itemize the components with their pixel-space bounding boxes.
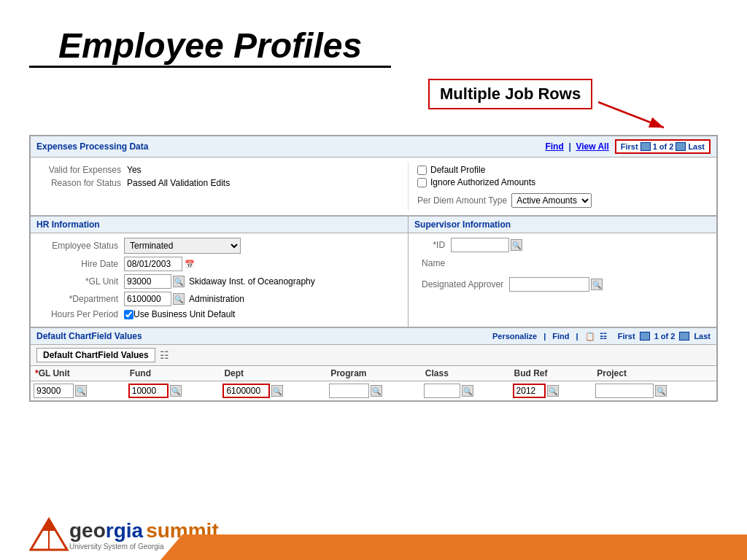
viewall-link[interactable]: View All: [576, 141, 608, 152]
reason-status-label: Reason for Status: [39, 178, 127, 188]
chartfield-header: Default ChartField Values Personalize | …: [31, 328, 716, 345]
supervisor-id-label: *ID: [414, 240, 451, 250]
cf-gl-unit-search-icon[interactable]: 🔍: [75, 385, 87, 397]
page-icon-next: [676, 142, 686, 151]
gl-unit-desc: Skidaway Inst. of Oceanography: [189, 276, 315, 287]
chartfield-find-link[interactable]: Find: [552, 332, 569, 341]
hr-section: HR Information Employee Status Terminate…: [30, 217, 408, 327]
cf-program-search-icon[interactable]: 🔍: [371, 385, 382, 397]
cf-gl-unit-input[interactable]: [34, 384, 74, 398]
supervisor-id-input[interactable]: [451, 238, 509, 252]
cf-project-search-icon[interactable]: 🔍: [655, 385, 667, 397]
department-label: *Department: [36, 294, 124, 304]
col-project: Project: [592, 366, 716, 381]
main-form: Expenses Processing Data Find | View All…: [29, 135, 718, 402]
last-link[interactable]: Last: [688, 142, 705, 151]
designated-approver-search-icon[interactable]: 🔍: [591, 279, 603, 290]
multiple-job-rows-callout: Multiple Job Rows: [428, 79, 592, 109]
chartfield-section: Default ChartField Values Personalize | …: [30, 327, 717, 401]
default-profile-label: Default Profile: [430, 165, 485, 175]
designated-approver-input[interactable]: [509, 277, 589, 292]
calendar-icon[interactable]: 📅: [184, 258, 196, 270]
page-info: 1 of 2: [653, 142, 674, 151]
page-title: Employee Profiles: [29, 11, 391, 68]
department-search-icon[interactable]: 🔍: [173, 293, 185, 305]
hire-date-label: Hire Date: [36, 259, 124, 269]
supervisor-header: Supervisor Information: [409, 217, 716, 233]
callout-arrow: [595, 95, 682, 139]
cf-fund-search-icon[interactable]: 🔍: [170, 385, 182, 397]
logo-georgia-dark: georgia: [69, 519, 143, 542]
chartfield-first[interactable]: First: [618, 332, 635, 341]
hire-date-input[interactable]: [124, 257, 182, 271]
use-default-checkbox[interactable]: [124, 310, 133, 319]
table-row: 🔍 🔍 🔍: [31, 381, 716, 401]
supervisor-header-label: Supervisor Information: [414, 219, 511, 230]
chartfield-header-label: Default ChartField Values: [36, 331, 142, 341]
supervisor-section: Supervisor Information *ID 🔍 Name Design…: [408, 217, 717, 327]
expenses-section-header: Expenses Processing Data Find | View All…: [31, 136, 716, 158]
page-icon-prev: [640, 142, 651, 151]
supervisor-id-search-icon[interactable]: 🔍: [511, 239, 522, 251]
valid-expenses-label: Valid for Expenses: [39, 165, 127, 175]
col-bud-ref: Bud Ref: [510, 366, 593, 381]
find-link[interactable]: Find: [545, 141, 563, 152]
hr-header: HR Information: [31, 217, 408, 233]
per-diem-select[interactable]: Active Amounts: [511, 193, 592, 208]
per-diem-label: Per Diem Amount Type: [417, 195, 507, 206]
gl-unit-input[interactable]: [124, 274, 171, 289]
first-link[interactable]: First: [621, 142, 638, 151]
grid-icon[interactable]: ☷: [160, 349, 169, 361]
use-default-label: Use Business Unit Default: [133, 309, 235, 319]
cf-fund-input[interactable]: [128, 384, 169, 398]
chartfield-last[interactable]: Last: [694, 332, 711, 341]
hr-header-label: HR Information: [36, 219, 100, 230]
cf-project-input[interactable]: [595, 384, 654, 398]
chartfield-table: *GL Unit Fund Dept Program Class Bud Ref…: [31, 366, 716, 400]
expenses-section: Expenses Processing Data Find | View All…: [30, 136, 717, 216]
default-profile-checkbox[interactable]: [417, 166, 427, 175]
col-class: Class: [421, 366, 510, 381]
employee-status-label: Employee Status: [36, 241, 124, 251]
hours-per-period-label: Hours Per Period: [36, 309, 124, 319]
mountain-logo-icon: [29, 516, 69, 553]
personalize-link[interactable]: Personalize: [492, 332, 537, 341]
pagination-box: First 1 of 2 Last: [615, 139, 711, 154]
chartfield-table-icon: ☷: [600, 332, 607, 341]
chartfield-page-icon-prev: [640, 332, 650, 341]
department-desc: Administration: [189, 294, 244, 304]
employee-status-select[interactable]: Terminated Active: [124, 238, 241, 254]
cf-dept-search-icon[interactable]: 🔍: [271, 385, 283, 397]
reason-status-value: Passed All Validation Edits: [127, 178, 230, 188]
chartfield-page-icon-next: [679, 332, 689, 341]
gl-unit-search-icon[interactable]: 🔍: [173, 276, 185, 287]
chartfield-tabs: Default ChartField Values ☷: [31, 345, 716, 366]
expenses-header-label: Expenses Processing Data: [36, 141, 148, 152]
ignore-authorized-label: Ignore Authorized Amounts: [430, 177, 535, 187]
col-fund: Fund: [125, 366, 220, 381]
col-dept: Dept: [220, 366, 326, 381]
cf-bud-ref-input[interactable]: [513, 384, 546, 398]
cf-bud-ref-search-icon[interactable]: 🔍: [547, 385, 559, 397]
orange-bar: [160, 534, 747, 560]
chartfield-tab-active[interactable]: Default ChartField Values: [36, 348, 155, 362]
supervisor-name-label: Name: [414, 258, 451, 268]
valid-expenses-value: Yes: [127, 165, 142, 175]
cf-dept-input[interactable]: [222, 384, 270, 398]
svg-line-1: [598, 102, 664, 128]
ignore-authorized-checkbox[interactable]: [417, 178, 427, 187]
cf-class-input[interactable]: [424, 384, 460, 398]
footer: georgia summit University System of Geor…: [0, 494, 747, 560]
col-gl-unit: *GL Unit: [31, 366, 125, 381]
designated-approver-label: Designated Approver: [414, 279, 509, 289]
cf-program-input[interactable]: [329, 384, 369, 398]
expenses-find-viewall: Find | View All: [545, 141, 608, 152]
chartfield-page-info: 1 of 2: [654, 332, 676, 341]
cf-class-search-icon[interactable]: 🔍: [462, 385, 473, 397]
department-input[interactable]: [124, 292, 171, 306]
gl-unit-label: *GL Unit: [36, 276, 124, 287]
col-program: Program: [326, 366, 421, 381]
chartfield-grid-icon: 📋: [585, 332, 595, 341]
